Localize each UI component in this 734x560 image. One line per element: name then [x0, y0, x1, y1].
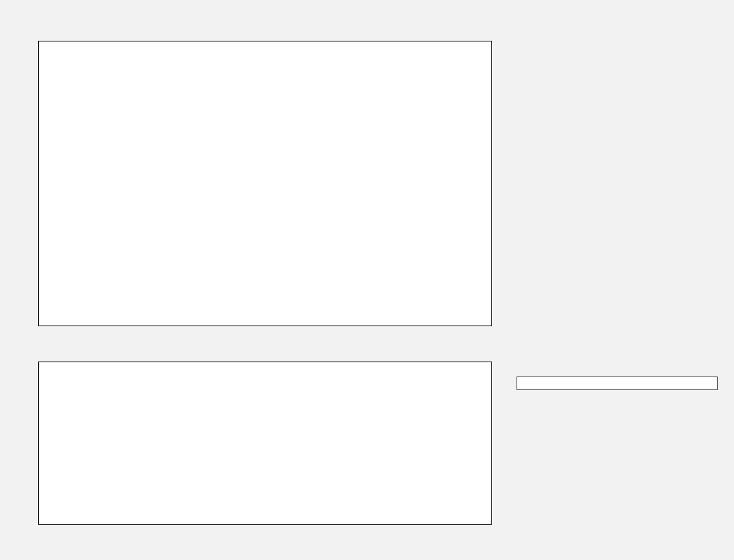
legend	[517, 377, 718, 390]
loss-chart	[38, 362, 492, 525]
accuracy-chart	[38, 41, 492, 326]
